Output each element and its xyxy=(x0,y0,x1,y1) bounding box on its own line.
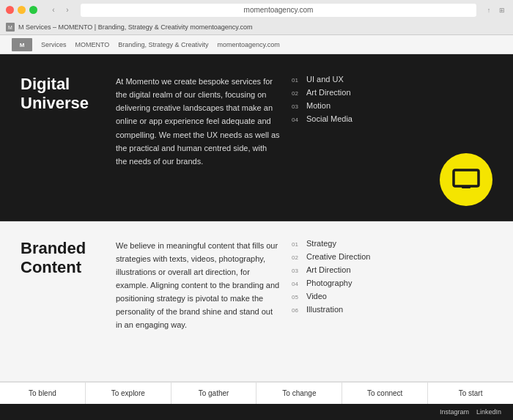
branded-body: We believe in meaningful content that fi… xyxy=(116,239,292,370)
main-area: Digital Universe At Momento we create be… xyxy=(0,54,513,420)
branded-list: 01 Strategy 02 Creative Direction 03 Art… xyxy=(292,239,409,370)
tab-bar: M M Services – MOMENTO | Branding, Strat… xyxy=(0,20,513,34)
nav-link-momento[interactable]: MOMENTO xyxy=(75,41,110,48)
list-num: 03 xyxy=(292,268,302,274)
list-label: Creative Direction xyxy=(306,252,370,261)
branded-title: Branded Content xyxy=(21,239,116,370)
list-label: UI and UX xyxy=(306,75,344,84)
svg-rect-3 xyxy=(462,186,470,188)
minimize-button[interactable] xyxy=(18,6,26,14)
instagram-link[interactable]: Instagram xyxy=(440,408,469,416)
logo-icon: M xyxy=(12,38,32,51)
nav-buttons: ‹ › xyxy=(48,4,73,16)
address-text: momentoagency.com xyxy=(244,6,314,14)
list-item: 05 Video xyxy=(292,292,409,301)
browser-icons: ↑ ⊞ xyxy=(484,5,507,15)
svg-rect-2 xyxy=(454,170,479,186)
nav-link-site[interactable]: momentoagency.com xyxy=(217,41,279,48)
section-branded: Branded Content We believe in meaningful… xyxy=(0,221,513,383)
list-num: 03 xyxy=(292,103,302,110)
list-num: 05 xyxy=(292,294,302,301)
footer-link-label: To explore xyxy=(111,389,145,397)
list-item: 03 Art Direction xyxy=(292,265,409,274)
footer-link-explore[interactable]: To explore xyxy=(86,383,171,404)
monitor-icon xyxy=(452,169,480,191)
digital-body: At Momento we create bespoke services fo… xyxy=(116,75,292,206)
back-button[interactable]: ‹ xyxy=(48,4,59,16)
list-label: Motion xyxy=(306,101,331,110)
top-nav: M Services MOMENTO Branding, Strategy & … xyxy=(0,35,513,54)
list-num: 02 xyxy=(292,254,302,261)
digital-title: Digital Universe xyxy=(21,75,116,206)
footer-link-connect[interactable]: To connect xyxy=(342,383,428,404)
footer-link-label: To change xyxy=(282,389,316,397)
footer-link-change[interactable]: To change xyxy=(256,383,342,404)
footer-link-label: To start xyxy=(459,389,483,397)
list-label: Video xyxy=(306,292,327,301)
list-label: Photography xyxy=(306,279,352,287)
list-item: 04 Social Media xyxy=(292,114,409,123)
list-num: 06 xyxy=(292,307,302,314)
footer-link-blend[interactable]: To blend xyxy=(0,383,86,404)
linkedin-link[interactable]: LinkedIn xyxy=(476,408,501,416)
footer-link-start[interactable]: To start xyxy=(428,383,513,404)
footer-link-label: To blend xyxy=(29,389,56,397)
list-item: 02 Creative Direction xyxy=(292,252,409,261)
list-num: 04 xyxy=(292,117,302,123)
tab-title: M Services – MOMENTO | Branding, Strateg… xyxy=(18,23,253,31)
address-bar[interactable]: momentoagency.com xyxy=(81,4,476,17)
footer-link-label: To connect xyxy=(367,389,402,397)
list-label: Illustration xyxy=(306,305,343,314)
list-item: 02 Art Direction xyxy=(292,88,409,97)
list-item: 06 Illustration xyxy=(292,305,409,314)
list-num: 04 xyxy=(292,281,302,287)
list-item: 01 Strategy xyxy=(292,239,409,248)
list-num: 01 xyxy=(292,77,302,84)
footer-social: Instagram LinkedIn xyxy=(0,404,513,420)
top-nav-links: Services MOMENTO Branding, Strategy & Cr… xyxy=(41,41,280,48)
list-num: 02 xyxy=(292,90,302,97)
share-icon[interactable]: ↑ xyxy=(484,5,494,15)
list-num: 01 xyxy=(292,241,302,248)
forward-button[interactable]: › xyxy=(62,4,73,16)
list-label: Art Direction xyxy=(306,265,351,274)
list-item: 01 UI and UX xyxy=(292,75,409,84)
section-digital: Digital Universe At Momento we create be… xyxy=(0,54,513,221)
page-content: M Services MOMENTO Branding, Strategy & … xyxy=(0,35,513,420)
browser-toolbar: ‹ › momentoagency.com ↑ ⊞ xyxy=(0,0,513,20)
tab-favicon: M xyxy=(6,23,15,32)
footer-nav: To blend To explore To gather To change … xyxy=(0,382,513,404)
browser-chrome: ‹ › momentoagency.com ↑ ⊞ M M Services –… xyxy=(0,0,513,35)
footer-link-label: To gather xyxy=(199,389,229,397)
footer-link-gather[interactable]: To gather xyxy=(171,383,257,404)
list-label: Social Media xyxy=(306,114,353,123)
digital-list: 01 UI and UX 02 Art Direction 03 Motion … xyxy=(292,75,409,206)
list-item: 04 Photography xyxy=(292,279,409,287)
list-label: Strategy xyxy=(306,239,336,248)
traffic-lights xyxy=(6,6,37,14)
list-item: 03 Motion xyxy=(292,101,409,110)
list-label: Art Direction xyxy=(306,88,351,97)
close-button[interactable] xyxy=(6,6,14,14)
nav-link-branding[interactable]: Branding, Strategy & Creativity xyxy=(118,41,208,48)
bookmark-icon[interactable]: ⊞ xyxy=(497,5,507,15)
yellow-circle-icon xyxy=(440,153,492,206)
maximize-button[interactable] xyxy=(29,6,37,14)
nav-link-services[interactable]: Services xyxy=(41,41,67,48)
svg-text:M: M xyxy=(20,42,25,48)
